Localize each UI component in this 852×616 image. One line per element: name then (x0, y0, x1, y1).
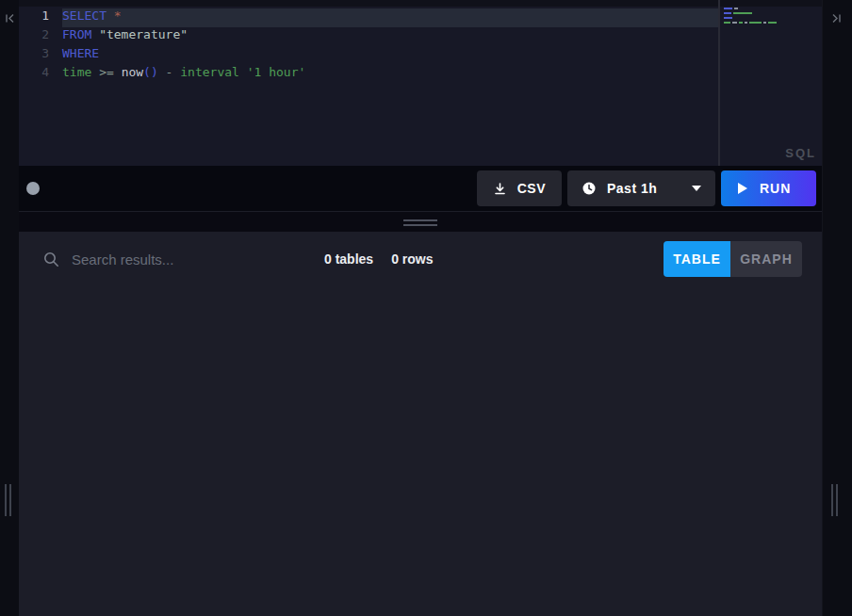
csv-export-button[interactable]: CSV (477, 170, 562, 206)
view-toggle: TABLE GRAPH (664, 241, 802, 277)
chevron-down-icon (692, 186, 701, 191)
code-line[interactable]: WHERE (62, 46, 718, 65)
sql-editor[interactable]: 1234 SELECT *FROM "temerature"WHEREtime … (19, 0, 822, 166)
editor-minimap[interactable] (724, 8, 778, 26)
line-number: 4 (19, 65, 60, 84)
run-query-button[interactable]: RUN (721, 170, 816, 206)
collapse-left-icon[interactable] (4, 12, 16, 24)
time-range-value: Past 1h (607, 181, 657, 196)
line-number: 2 (19, 27, 60, 46)
tables-count: 0 tables (324, 251, 373, 267)
search-results-input[interactable] (72, 251, 296, 267)
editor-top-shade (19, 0, 822, 7)
clock-icon (582, 181, 597, 196)
line-number: 1 (19, 8, 60, 27)
collapse-right-icon[interactable] (830, 12, 843, 24)
status-indicator (26, 182, 40, 195)
play-icon (738, 183, 747, 194)
rows-count: 0 rows (391, 251, 433, 267)
language-label: SQL (785, 146, 816, 160)
results-header: 0 tables 0 rows TABLE GRAPH (19, 232, 822, 286)
editor-code[interactable]: SELECT *FROM "temerature"WHEREtime >= no… (62, 8, 718, 84)
search-icon (43, 251, 59, 267)
query-toolbar: CSV Past 1h RUN (19, 166, 822, 211)
results-pane: 0 tables 0 rows TABLE GRAPH Query Result… (19, 232, 822, 616)
code-line[interactable]: time >= now() - interval '1 hour' (62, 65, 718, 84)
csv-button-label: CSV (517, 181, 546, 196)
right-rail (822, 0, 852, 616)
right-pane-drag-handle[interactable] (831, 484, 838, 516)
editor-gutter: 1234 (19, 8, 60, 84)
editor-minimap-divider (718, 0, 720, 166)
splitter-drag-handle[interactable] (403, 219, 437, 229)
tab-graph[interactable]: GRAPH (730, 241, 802, 277)
tab-table[interactable]: TABLE (664, 241, 730, 277)
pane-splitter (19, 211, 822, 232)
code-line[interactable]: SELECT * (62, 8, 718, 27)
time-range-dropdown[interactable]: Past 1h (567, 170, 715, 206)
left-pane-drag-handle[interactable] (5, 484, 11, 516)
line-number: 3 (19, 46, 60, 65)
code-line[interactable]: FROM "temerature" (62, 27, 718, 46)
download-icon (493, 182, 507, 196)
left-rail (0, 0, 19, 616)
run-button-label: RUN (760, 181, 791, 196)
empty-state-title: Query Results (19, 611, 822, 616)
